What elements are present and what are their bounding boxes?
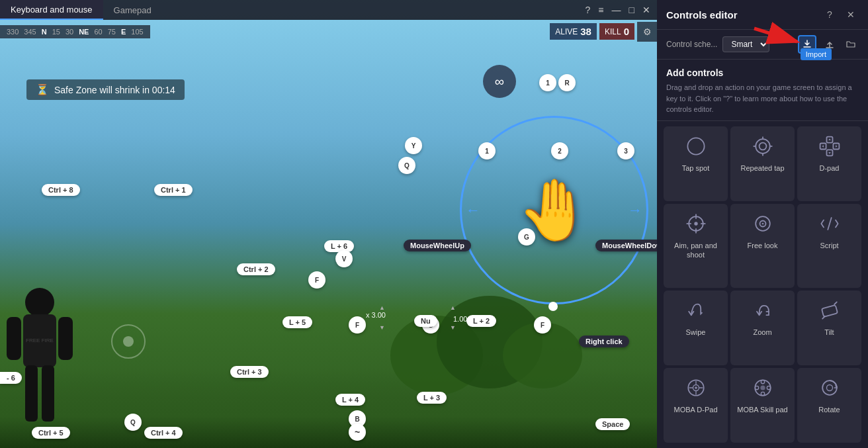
- sidebar-title: Controls editor: [666, 9, 738, 21]
- control-free-look[interactable]: Free look: [730, 204, 795, 288]
- control-rotate[interactable]: Rotate: [797, 368, 861, 443]
- joystick-indicator: [111, 324, 146, 359]
- player-silhouette: FREE FIRE: [0, 276, 79, 448]
- close-icon[interactable]: ✕: [642, 5, 650, 15]
- compass-NE: NE: [79, 28, 89, 36]
- svg-point-29: [761, 222, 763, 224]
- key-badge-nu[interactable]: Nu: [414, 315, 437, 327]
- key-badge-ctrl8[interactable]: Ctrl + 8: [42, 184, 80, 196]
- control-swipe[interactable]: Swipe: [664, 291, 728, 365]
- key-badge-l2[interactable]: L + 2: [466, 315, 496, 327]
- moba-skill-pad-icon: [750, 375, 776, 401]
- up-arrow-val[interactable]: ▲: [450, 304, 456, 311]
- key-badge-ctrl4[interactable]: Ctrl + 4: [144, 427, 183, 439]
- key-circle-f3[interactable]: F: [534, 316, 551, 334]
- svg-point-11: [756, 139, 770, 154]
- free-look-label: Free look: [748, 241, 778, 250]
- kill-label: KILL: [605, 27, 621, 36]
- zoom-icon: [750, 297, 776, 324]
- svg-point-10: [687, 138, 704, 154]
- key-circle-f2[interactable]: F: [349, 316, 366, 334]
- infinity-slot: ∞: [483, 65, 516, 98]
- control-aim-pan-shoot[interactable]: Aim, pan and shoot: [664, 204, 728, 288]
- help-icon[interactable]: ?: [586, 5, 591, 15]
- zoom-label: Zoom: [753, 328, 771, 337]
- control-repeated-tap[interactable]: Repeated tap: [730, 126, 795, 201]
- key-badge-minus6[interactable]: - 6: [0, 372, 22, 384]
- joystick-indicator-dot: [123, 336, 134, 347]
- svg-rect-2: [7, 317, 21, 360]
- kill-stat: KILL 0: [599, 23, 634, 40]
- key-badge-mwdown[interactable]: MouseWheelDown: [595, 240, 657, 251]
- slot-r-badge[interactable]: R: [558, 74, 576, 91]
- slot-1-badge[interactable]: 1: [539, 74, 556, 91]
- safe-zone-banner: ⏳ Safe Zone will shrink in 00:14: [26, 79, 185, 100]
- upload-icon-btn[interactable]: [822, 36, 838, 52]
- joystick-arrow-left: ←: [466, 202, 480, 219]
- moba-dpad-label: MOBA D-Pad: [673, 405, 717, 414]
- key-badge-l5[interactable]: L + 5: [282, 316, 312, 328]
- tab-keyboard[interactable]: Keyboard and mouse: [0, 0, 103, 20]
- control-tap-spot[interactable]: Tap spot: [664, 126, 728, 201]
- svg-line-30: [828, 218, 831, 230]
- control-moba-dpad[interactable]: MOBA D-Pad: [664, 368, 728, 443]
- alive-label: ALIVE: [555, 27, 578, 36]
- moba-dpad-icon: [683, 375, 709, 401]
- alive-value: 38: [580, 26, 591, 37]
- script-icon: [816, 210, 843, 237]
- key-badge-ctrl3[interactable]: Ctrl + 3: [230, 366, 269, 378]
- multiplier-val: 1.00: [453, 315, 467, 323]
- tap-spot-label: Tap spot: [682, 163, 710, 173]
- key-circle-f1[interactable]: F: [308, 271, 326, 289]
- key-badge-ctrl1[interactable]: Ctrl + 1: [154, 184, 193, 196]
- svg-point-0: [25, 288, 54, 317]
- compass-75: 75: [108, 28, 116, 36]
- control-dpad[interactable]: D-pad: [797, 126, 861, 201]
- compass-330: 330: [7, 28, 19, 36]
- key-circle-v[interactable]: V: [335, 250, 353, 267]
- key-badge-ctrl5[interactable]: Ctrl + 5: [32, 427, 70, 439]
- control-script[interactable]: Script: [797, 204, 861, 288]
- add-controls-section: Add controls Drag and drop an action on …: [657, 60, 868, 121]
- down-arrow-x[interactable]: ▼: [379, 324, 385, 331]
- key-badge-l4[interactable]: L + 4: [335, 394, 365, 406]
- key-badge-space[interactable]: Space: [595, 418, 630, 430]
- down-arrow-val[interactable]: ▼: [450, 324, 456, 331]
- key-circle-q[interactable]: Q: [124, 414, 142, 431]
- player-area: FREE FIRE: [0, 276, 79, 448]
- key-badge-l6[interactable]: L + 6: [324, 240, 354, 252]
- key-badge-mwup[interactable]: MouseWheelUp: [404, 240, 471, 251]
- key-badge-l3[interactable]: L + 3: [417, 392, 447, 404]
- sidebar-help-icon[interactable]: ?: [822, 7, 838, 22]
- key-badge-ctrl2[interactable]: Ctrl + 2: [237, 263, 275, 275]
- compass: 330 345 N 15 30 NE 60 75 E 105: [0, 25, 150, 38]
- settings-gear[interactable]: ⚙: [637, 22, 657, 42]
- add-controls-title: Add controls: [666, 67, 859, 78]
- circle-num-3[interactable]: 3: [617, 142, 634, 159]
- svg-point-22: [694, 222, 697, 225]
- svg-point-36: [695, 386, 697, 389]
- control-zoom[interactable]: Zoom: [730, 291, 795, 365]
- control-moba-skill-pad[interactable]: MOBA Skill pad: [730, 368, 795, 443]
- slot-y[interactable]: Y: [405, 137, 422, 154]
- slot-q-small[interactable]: Q: [398, 157, 415, 174]
- maximize-icon[interactable]: □: [629, 5, 634, 15]
- key-circle-g1[interactable]: G: [518, 228, 535, 246]
- import-download-icon-btn[interactable]: [798, 35, 816, 54]
- sidebar-close-icon[interactable]: ✕: [843, 7, 859, 22]
- control-scheme-label: Control sche...: [666, 40, 717, 49]
- key-badge-rightclick[interactable]: Right click: [579, 336, 629, 347]
- control-tilt[interactable]: Tilt: [797, 291, 861, 365]
- sidebar: Controls editor ? ✕ Control sche... Smar…: [657, 0, 868, 448]
- minimize-icon[interactable]: —: [612, 5, 621, 15]
- key-circle-tilde[interactable]: ~: [349, 424, 366, 441]
- tab-gamepad[interactable]: Gamepad: [103, 0, 162, 20]
- rotate-label: Rotate: [818, 405, 840, 414]
- control-scheme-select[interactable]: Smart: [722, 36, 769, 52]
- circle-num-2[interactable]: 2: [551, 142, 568, 159]
- menu-icon[interactable]: ≡: [598, 5, 603, 15]
- up-arrow-x[interactable]: ▲: [379, 304, 385, 311]
- circle-num-1[interactable]: 1: [478, 142, 496, 159]
- folder-icon-btn[interactable]: [843, 36, 859, 52]
- script-label: Script: [820, 241, 838, 250]
